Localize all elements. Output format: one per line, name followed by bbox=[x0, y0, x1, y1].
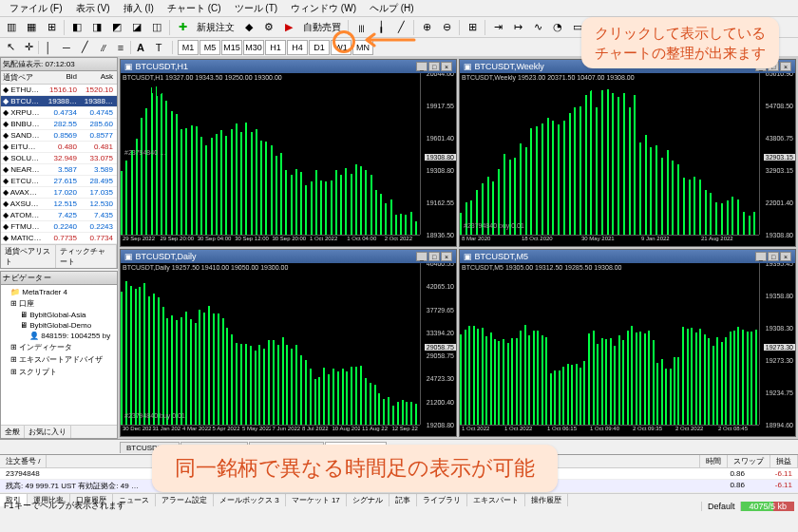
tf-m1[interactable]: M1 bbox=[178, 40, 199, 55]
nav-item[interactable]: 🖥 BybitGlobal-Asia bbox=[3, 310, 115, 320]
trendline-icon[interactable]: ╱ bbox=[76, 40, 93, 55]
tf-m5[interactable]: M5 bbox=[200, 40, 220, 55]
periods-icon[interactable]: ◔ bbox=[548, 19, 567, 36]
open-icon[interactable]: ⊞ bbox=[42, 19, 61, 36]
tf-d1[interactable]: D1 bbox=[309, 40, 330, 55]
autotrade-label[interactable]: 自動売買 bbox=[299, 21, 345, 34]
term-col-pl: 損益 bbox=[770, 455, 798, 467]
close-icon[interactable]: × bbox=[780, 252, 791, 261]
fib-icon[interactable]: ≡ bbox=[112, 40, 129, 55]
term-tab[interactable]: ライブラリ bbox=[417, 494, 467, 506]
status-profile[interactable]: Default bbox=[701, 502, 741, 511]
tf-h1[interactable]: H1 bbox=[265, 40, 286, 55]
mw-row[interactable]: ◆ XRPU…0.47340.4745 bbox=[1, 107, 117, 119]
annotation-callout-2: 同一銘柄で異なる時間足の表示が可能 bbox=[152, 445, 558, 492]
tile-icon[interactable]: ⊞ bbox=[463, 19, 482, 36]
nav-item[interactable]: ⊞ 口座 bbox=[3, 297, 115, 310]
strategy-icon[interactable]: ◫ bbox=[147, 19, 166, 36]
nav-item[interactable]: ⊞ スクリプト bbox=[3, 366, 115, 378]
crosshair-icon[interactable]: ✛ bbox=[20, 40, 37, 55]
cursor-icon[interactable]: ↖ bbox=[2, 40, 19, 55]
nav-item[interactable]: ⊞ エキスパートアドバイザ bbox=[3, 353, 115, 366]
term-tab[interactable]: 操作履歴 bbox=[525, 494, 568, 506]
datawindow-icon[interactable]: ◨ bbox=[87, 19, 106, 36]
hline-icon[interactable]: ─ bbox=[58, 40, 75, 55]
profiles-icon[interactable]: ▦ bbox=[22, 19, 41, 36]
term-col-time: 時間 bbox=[700, 455, 728, 467]
marketwatch-icon[interactable]: ◧ bbox=[67, 19, 86, 36]
mw-tab-tick[interactable]: ティックチャート bbox=[56, 245, 117, 268]
nav-item[interactable]: 👤 848159: 1004255 by bbox=[3, 331, 115, 341]
indicators-icon[interactable]: ∿ bbox=[528, 19, 547, 36]
chart-ohlc-label: BTCUSDT,H1 19327.00 19343.50 19250.00 19… bbox=[123, 74, 282, 81]
term-tab[interactable]: エキスパート bbox=[467, 494, 525, 506]
nav-tab-common[interactable]: 全般 bbox=[1, 426, 25, 438]
term-tab[interactable]: メールボックス 3 bbox=[214, 494, 286, 506]
close-icon[interactable]: × bbox=[441, 62, 452, 71]
menu-window[interactable]: ウィンドウ (W) bbox=[285, 0, 362, 17]
tf-m15[interactable]: M15 bbox=[221, 40, 242, 55]
autotrade-icon[interactable]: ▶ bbox=[279, 19, 298, 36]
chart-window[interactable]: ▣ BTCUSDT,Daily _ □ × BTCUSDT,Daily 1925… bbox=[120, 249, 457, 437]
maximize-icon[interactable]: □ bbox=[768, 252, 779, 261]
mw-row[interactable]: ◆ NEAR…3.5873.589 bbox=[1, 164, 117, 176]
nav-item[interactable]: ⊞ インディケータ bbox=[3, 341, 115, 353]
new-order-icon[interactable]: ✚ bbox=[173, 19, 192, 36]
term-tab[interactable]: マーケット 17 bbox=[286, 494, 347, 506]
tf-w1[interactable]: W1 bbox=[331, 40, 352, 55]
label-icon[interactable]: T bbox=[150, 40, 167, 55]
nav-item[interactable]: 🖥 BybitGlobal-Demo bbox=[3, 320, 115, 331]
term-col-order: 注文番号 / bbox=[0, 455, 47, 467]
mw-row[interactable]: ◆ ETCU…27.61528.495 bbox=[1, 176, 117, 187]
minimize-icon[interactable]: _ bbox=[416, 62, 428, 71]
mw-row[interactable]: ◆ AXSU…12.51512.530 bbox=[1, 199, 117, 210]
new-order-label[interactable]: 新規注文 bbox=[193, 21, 238, 34]
chart-window[interactable]: ▣ BTCUSDT,H1 _ □ × BTCUSDT,H1 19327.00 1… bbox=[120, 59, 457, 247]
nav-tab-fav[interactable]: お気に入り bbox=[25, 426, 71, 438]
zoom-in-icon[interactable]: ⊕ bbox=[417, 19, 436, 36]
vline-icon[interactable]: │ bbox=[40, 40, 57, 55]
navigator-icon[interactable]: ◩ bbox=[107, 19, 126, 36]
annotation-callout-1: クリックして表示している チャートの整理が出来ます bbox=[581, 17, 779, 68]
term-tab[interactable]: アラーム設定 bbox=[156, 494, 214, 506]
menu-tools[interactable]: ツール (T) bbox=[229, 0, 284, 17]
tf-m30[interactable]: M30 bbox=[243, 40, 264, 55]
terminal-icon[interactable]: ◪ bbox=[127, 19, 146, 36]
new-chart-icon[interactable]: ▥ bbox=[2, 19, 21, 36]
mw-row[interactable]: ◆ MATIC…0.77350.7734 bbox=[1, 233, 117, 244]
channel-icon[interactable]: ⫽ bbox=[94, 40, 111, 55]
minimize-icon[interactable]: _ bbox=[416, 252, 428, 261]
menu-chart[interactable]: チャート (C) bbox=[162, 0, 227, 17]
menu-insert[interactable]: 挿入 (I) bbox=[118, 0, 160, 17]
term-tab[interactable]: 記事 bbox=[390, 494, 417, 506]
mw-row[interactable]: ◆ BTCU…19388…19388… bbox=[1, 96, 117, 107]
close-icon[interactable]: × bbox=[780, 62, 791, 71]
nav-item[interactable]: 📁 MetaTrader 4 bbox=[3, 287, 115, 297]
mw-row[interactable]: ◆ ATOM…7.4257.435 bbox=[1, 210, 117, 221]
options-icon[interactable]: ⚙ bbox=[259, 19, 278, 36]
close-icon[interactable]: × bbox=[441, 252, 452, 261]
menu-help[interactable]: ヘルプ (H) bbox=[364, 0, 420, 17]
mw-row[interactable]: ◆ EITU…0.4800.481 bbox=[1, 142, 117, 153]
minimize-icon[interactable]: _ bbox=[755, 252, 767, 261]
mw-row[interactable]: ◆ FTMU…0.22400.2243 bbox=[1, 221, 117, 233]
term-tab[interactable]: シグナル bbox=[347, 494, 390, 506]
maximize-icon[interactable]: □ bbox=[428, 252, 440, 261]
scroll-icon[interactable]: ⇥ bbox=[488, 19, 507, 36]
mw-row[interactable]: ◆ BNBU…282.55285.60 bbox=[1, 119, 117, 130]
chart-window[interactable]: ▣ BTCUSDT,Weekly _ □ × BTCUSDT,Weekly 19… bbox=[459, 59, 796, 247]
chart-window[interactable]: ▣ BTCUSDT,M5 _ □ × BTCUSDT,M5 19305.00 1… bbox=[459, 249, 796, 437]
mw-row[interactable]: ◆ SAND…0.85690.8577 bbox=[1, 130, 117, 142]
zoom-out-icon[interactable]: ⊖ bbox=[437, 19, 456, 36]
menu-file[interactable]: ファイル (F) bbox=[4, 0, 68, 17]
mw-row[interactable]: ◆ SOLU…32.94933.075 bbox=[1, 153, 117, 164]
mw-row[interactable]: ◆ ETHU…1516.101520.10 bbox=[1, 85, 117, 96]
maximize-icon[interactable]: □ bbox=[428, 62, 440, 71]
tf-h4[interactable]: H4 bbox=[287, 40, 308, 55]
shift-icon[interactable]: ↦ bbox=[508, 19, 527, 36]
meta-editor-icon[interactable]: ◆ bbox=[239, 19, 258, 36]
mw-row[interactable]: ◆ AVAX…17.02017.035 bbox=[1, 187, 117, 199]
mw-tab-symbols[interactable]: 通貨ペアリスト bbox=[1, 245, 56, 268]
menu-view[interactable]: 表示 (V) bbox=[70, 0, 116, 17]
text-icon[interactable]: A bbox=[132, 40, 149, 55]
